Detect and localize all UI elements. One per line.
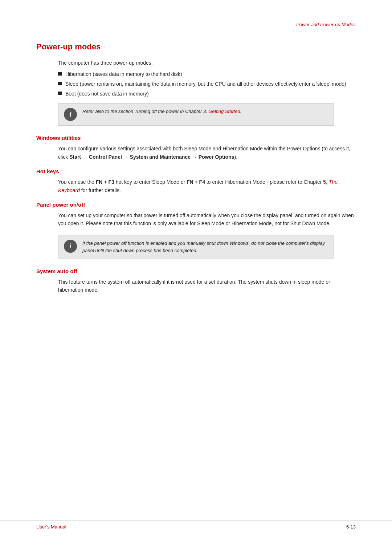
section-windows-utilities: Windows utilities You can configure vari… [36, 135, 356, 161]
bullet-text: Hibernation (saves data in memory to the… [65, 70, 182, 78]
list-item: Sleep (power remains on, maintaining the… [58, 80, 356, 88]
footer-right: 6-13 [346, 524, 356, 530]
bullet-text: Sleep (power remains on, maintaining the… [65, 80, 346, 88]
section-heading-windows-utilities: Windows utilities [36, 135, 356, 141]
info-text-part2: . [240, 109, 242, 114]
footer-left: User's Manual [36, 524, 66, 530]
info-box-1: i Refer also to the section Turning off … [58, 103, 334, 126]
list-item: Boot (does not save data in memory) [58, 90, 356, 98]
intro-text: The computer has three power-up modes: [58, 59, 356, 67]
page-footer: User's Manual 6-13 [0, 520, 392, 533]
section-text-panel-power: You can set up your computer so that pow… [58, 211, 356, 228]
header-title: Power and Power-up Modes [296, 22, 356, 27]
section-heading-hot-keys: Hot keys [36, 168, 356, 174]
bullet-icon [58, 82, 62, 85]
section-system-auto-off: System auto off This feature turns the s… [36, 268, 356, 294]
section-panel-power: Panel power on/off You can set up your c… [36, 202, 356, 228]
bullet-icon [58, 72, 62, 76]
bullet-text: Boot (does not save data in memory) [65, 90, 149, 98]
info-icon-2: i [64, 240, 77, 253]
info-box-2: i If the panel power off function is ena… [58, 235, 334, 259]
info-box-1-text: Refer also to the section Turning off th… [82, 108, 241, 115]
section-heading-system-auto-off: System auto off [36, 268, 356, 274]
chapter-title: Power-up modes [36, 42, 356, 52]
info-box-2-text: If the panel power off function is enabl… [82, 240, 328, 254]
bullet-list: Hibernation (saves data in memory to the… [58, 70, 356, 98]
section-hot-keys: Hot keys You can use the FN + F3 hot key… [36, 168, 356, 194]
page: Power and Power-up Modes Power-up modes … [0, 0, 392, 555]
section-text-windows-utilities: You can configure various settings assoc… [58, 145, 356, 161]
section-heading-panel-power: Panel power on/off [36, 202, 356, 208]
bullet-icon [58, 92, 62, 95]
section-text-system-auto-off: This feature turns the system off automa… [58, 278, 356, 294]
list-item: Hibernation (saves data in memory to the… [58, 70, 356, 78]
info-link-1[interactable]: Getting Started [208, 109, 240, 114]
info-icon-1: i [64, 108, 77, 121]
page-header: Power and Power-up Modes [0, 0, 392, 31]
section-text-hot-keys: You can use the FN + F3 hot key to enter… [58, 178, 356, 194]
info-text-part1: Refer also to the section Turning off th… [82, 109, 208, 114]
main-content: Power-up modes The computer has three po… [0, 42, 392, 294]
